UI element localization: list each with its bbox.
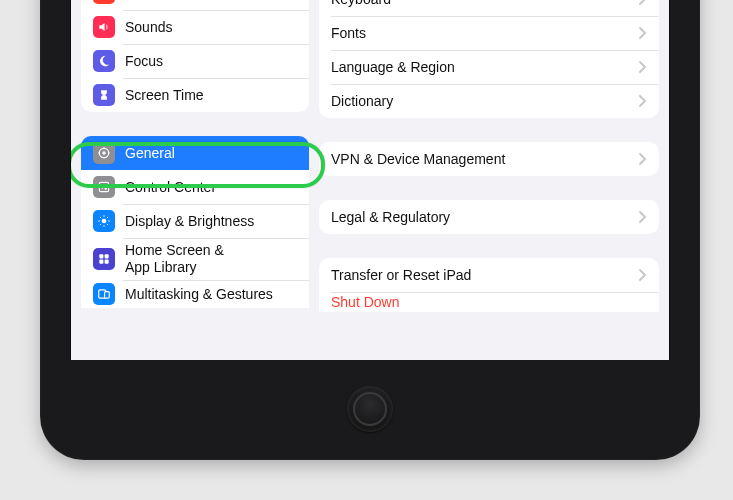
notifications-icon: [93, 0, 115, 4]
svg-rect-8: [99, 182, 108, 191]
chevron-right-icon: [639, 61, 647, 73]
svg-point-13: [102, 219, 107, 224]
detail-item-label: Shut Down: [331, 294, 647, 311]
sidebar-item-screen-time[interactable]: Screen Time: [81, 78, 309, 112]
chevron-right-icon: [639, 0, 647, 5]
svg-line-21: [107, 217, 108, 218]
sidebar-item-display-brightness[interactable]: Display & Brightness: [81, 204, 309, 238]
chevron-right-icon: [639, 153, 647, 165]
chevron-right-icon: [639, 27, 647, 39]
detail-item-dictionary[interactable]: Dictionary: [319, 84, 659, 118]
svg-rect-23: [105, 254, 109, 258]
detail-item-language-region[interactable]: Language & Region: [319, 50, 659, 84]
settings-sidebar: Notifications Sounds Focus: [71, 0, 319, 360]
detail-group-2: VPN & Device Management: [319, 142, 659, 176]
sidebar-group-2: General Control Center Display & Brightn…: [81, 136, 309, 308]
svg-rect-25: [105, 260, 109, 264]
svg-point-11: [101, 185, 103, 187]
settings-detail-pane: Date & Time Keyboard Fonts Language & Re…: [319, 0, 669, 360]
sounds-icon: [93, 16, 115, 38]
svg-point-12: [105, 187, 107, 189]
sidebar-item-label: Notifications: [125, 0, 297, 1]
multitasking-icon: [93, 283, 115, 305]
detail-item-vpn-device-management[interactable]: VPN & Device Management: [319, 142, 659, 176]
detail-item-keyboard[interactable]: Keyboard: [319, 0, 659, 16]
home-button[interactable]: [347, 386, 393, 432]
sidebar-item-label: Display & Brightness: [125, 213, 297, 230]
svg-line-19: [107, 224, 108, 225]
sidebar-item-focus[interactable]: Focus: [81, 44, 309, 78]
general-icon: [93, 142, 115, 164]
detail-item-label: Transfer or Reset iPad: [331, 267, 639, 284]
ipad-screen: Notifications Sounds Focus: [70, 0, 670, 360]
sidebar-item-label: General: [125, 145, 297, 162]
svg-line-18: [100, 217, 101, 218]
sidebar-item-sounds[interactable]: Sounds: [81, 10, 309, 44]
sidebar-item-label: Home Screen & App Library: [125, 242, 297, 276]
ipad-frame: Notifications Sounds Focus: [40, 0, 700, 460]
sidebar-item-multitasking[interactable]: Multitasking & Gestures: [81, 280, 309, 308]
sidebar-item-notifications[interactable]: Notifications: [81, 0, 309, 10]
focus-icon: [93, 50, 115, 72]
display-icon: [93, 210, 115, 232]
sidebar-item-general[interactable]: General: [81, 136, 309, 170]
detail-item-label: Dictionary: [331, 93, 639, 110]
sidebar-group-1: Notifications Sounds Focus: [81, 0, 309, 112]
chevron-right-icon: [639, 269, 647, 281]
detail-item-shut-down[interactable]: Shut Down: [319, 292, 659, 312]
svg-point-3: [102, 151, 106, 155]
sidebar-item-label: Focus: [125, 53, 297, 70]
detail-item-legal-regulatory[interactable]: Legal & Regulatory: [319, 200, 659, 234]
detail-item-label: Fonts: [331, 25, 639, 42]
detail-item-transfer-reset[interactable]: Transfer or Reset iPad: [319, 258, 659, 292]
home-screen-icon: [93, 248, 115, 270]
screentime-icon: [93, 84, 115, 106]
svg-rect-24: [99, 260, 103, 264]
detail-group-1: Date & Time Keyboard Fonts Language & Re…: [319, 0, 659, 118]
svg-rect-22: [99, 254, 103, 258]
sidebar-item-control-center[interactable]: Control Center: [81, 170, 309, 204]
sidebar-item-label: Sounds: [125, 19, 297, 36]
detail-group-3: Legal & Regulatory: [319, 200, 659, 234]
chevron-right-icon: [639, 95, 647, 107]
detail-item-label: Language & Region: [331, 59, 639, 76]
control-center-icon: [93, 176, 115, 198]
detail-group-4: Transfer or Reset iPad Shut Down: [319, 258, 659, 312]
detail-item-label: Keyboard: [331, 0, 639, 7]
detail-item-label: Legal & Regulatory: [331, 209, 639, 226]
chevron-right-icon: [639, 211, 647, 223]
detail-item-fonts[interactable]: Fonts: [319, 16, 659, 50]
sidebar-item-label: Control Center: [125, 179, 297, 196]
sidebar-item-label: Multitasking & Gestures: [125, 286, 297, 303]
sidebar-item-home-screen[interactable]: Home Screen & App Library: [81, 238, 309, 280]
svg-rect-27: [105, 292, 110, 298]
svg-line-20: [100, 224, 101, 225]
detail-item-label: VPN & Device Management: [331, 151, 639, 168]
sidebar-item-label: Screen Time: [125, 87, 297, 104]
